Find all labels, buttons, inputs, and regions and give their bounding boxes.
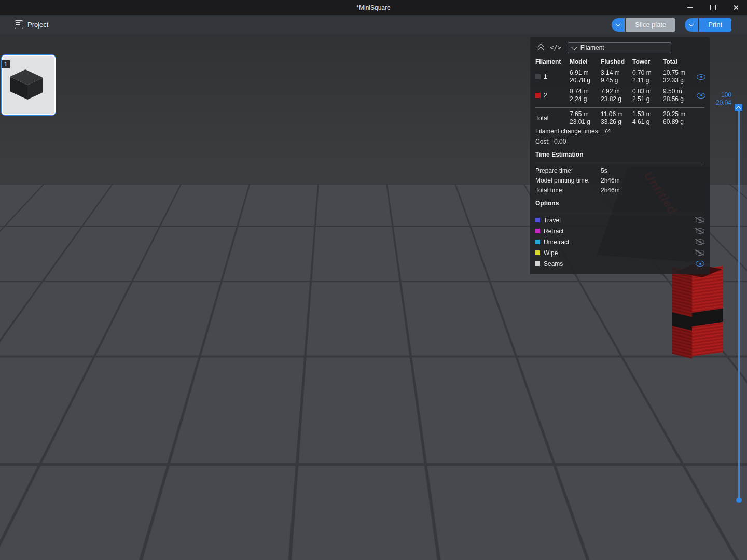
layer-slider-bottom-handle[interactable] [736,497,742,503]
orientation-cube[interactable]: Z X Right [4,510,51,557]
title-bar: *MiniSquare [0,0,747,15]
plate-thumbnail-1[interactable]: 1 [2,55,56,115]
filament-change-times: Filament change times:74 [535,126,704,136]
time-estimation-title: Time Estimation [535,147,704,160]
axis-x-line [5,547,47,556]
layers-view-button[interactable] [724,540,744,559]
col-tower: Tower [632,57,663,67]
total-flushed: 11.06 m33.26 g [601,110,632,126]
slice-split-button: Slice plate [612,18,675,32]
travel-visibility-eye-icon[interactable] [696,217,704,223]
unretract-visibility-eye-icon[interactable] [696,239,704,245]
filament-2-total: 9.50 m28.56 g [663,86,697,105]
filament-1-model: 6.91 m20.78 g [570,67,601,86]
view-type-dropdown[interactable]: Filament [568,42,671,53]
minimize-button[interactable] [679,0,701,15]
layer-slider-top-label: 100 20.04 [704,91,731,107]
viewport-3d[interactable]: Untitled 10 20 30 40 50 60 70 80 90 [0,34,747,560]
seams-visibility-eye-icon[interactable] [696,261,704,267]
layers-icon [724,540,744,559]
filament-2-swatch [535,93,541,98]
window-title: *MiniSquare [356,4,390,11]
toolbar-right: Slice plate Print [612,18,731,32]
axis-x-label: X [1,552,5,559]
filament-1-visibility-eye-icon[interactable] [697,74,706,80]
options-title: Options [535,195,704,209]
collapse-panel-icon[interactable] [537,44,545,51]
unretract-color-swatch [535,240,540,244]
layer-bottom-value: 1 [713,493,732,500]
filament-table: Filament Model Flushed Tower Total 1 6.9… [535,57,704,105]
travel-label: Travel [544,217,692,224]
minimize-icon [687,7,693,8]
layer-bottom-height: 0.24 [713,500,732,508]
total-model: 7.65 m23.01 g [570,110,601,126]
col-total: Total [663,57,697,67]
app-window: *MiniSquare Project Slice plate Print [0,0,747,560]
project-label: Project [27,21,48,29]
axis-z-line [6,504,7,543]
plate-number-badge: 1 [2,60,10,68]
layer-top-height: 20.04 [704,99,731,107]
prime-tower [672,261,724,361]
option-seams: Seams [535,258,704,269]
slice-dropdown-button[interactable] [612,18,625,32]
filament-2-tower: 0.83 m2.51 g [632,86,663,105]
prepare-time-row: Prepare time:5s [535,166,704,176]
prime-tower-band [672,312,692,330]
slice-plate-button[interactable]: Slice plate [626,18,675,32]
filament-2-model: 0.74 m2.24 g [570,86,601,105]
filament-1-tower: 0.70 m2.11 g [632,67,663,86]
filament-2-flushed: 7.92 m23.82 g [601,86,632,105]
col-filament: Filament [535,57,570,67]
retract-visibility-eye-icon[interactable] [696,228,704,234]
print-split-button: Print [685,18,731,32]
seams-label: Seams [544,260,692,268]
filament-1-total: 10.75 m32.33 g [663,67,697,86]
maximize-button[interactable] [701,0,724,15]
axis-z-label: Z [1,499,5,506]
col-flushed: Flushed [601,57,632,67]
wipe-visibility-eye-icon[interactable] [696,250,704,256]
close-icon [733,5,739,10]
divider [535,107,704,108]
retract-label: Retract [544,228,692,235]
chevron-down-icon [571,44,577,50]
retract-color-swatch [535,229,540,233]
filament-stats-panel: </> Filament Filament Model Flushed Towe… [530,37,710,274]
layer-slider-top-handle[interactable] [735,104,742,111]
col-eye [697,61,706,64]
filament-total-row: Total 7.65 m23.01 g 11.06 m33.26 g 1.53 … [535,110,704,126]
move-slider-track[interactable] [143,553,572,555]
project-button[interactable]: Project [15,20,48,29]
move-slider-handle[interactable] [565,551,572,557]
total-tower: 1.53 m4.61 g [632,110,663,126]
project-icon [15,20,23,29]
print-button[interactable]: Print [699,18,731,32]
filament-row-id: 1 [535,72,570,82]
maximize-icon [710,5,716,10]
layer-top-value: 100 [704,91,731,99]
window-controls [679,0,747,15]
panel-header: </> Filament [535,41,704,54]
close-button[interactable] [724,0,747,15]
layer-slider-track[interactable] [738,108,740,501]
seams-color-swatch [535,261,540,266]
divider [535,163,704,163]
cube-face-label: Right [10,529,42,536]
print-dropdown-button[interactable] [685,18,698,32]
gcode-view-icon[interactable]: </> [550,44,561,51]
move-slider-value[interactable]: 1869 [576,549,598,559]
prime-tower-left-face [672,267,692,358]
total-label: Total [535,115,570,122]
wipe-color-swatch [535,250,540,255]
filament-1-swatch [535,74,541,79]
option-unretract: Unretract [535,236,704,247]
col-model: Model [570,57,601,67]
prime-tower-right-face [692,266,723,356]
total-total: 20.25 m60.89 g [663,110,697,126]
filament-1-number: 1 [544,73,547,80]
filament-1-flushed: 3.14 m9.45 g [601,67,632,86]
layer-slider-bottom-box[interactable]: 1 0.24 [713,492,732,508]
unretract-label: Unretract [544,239,692,246]
